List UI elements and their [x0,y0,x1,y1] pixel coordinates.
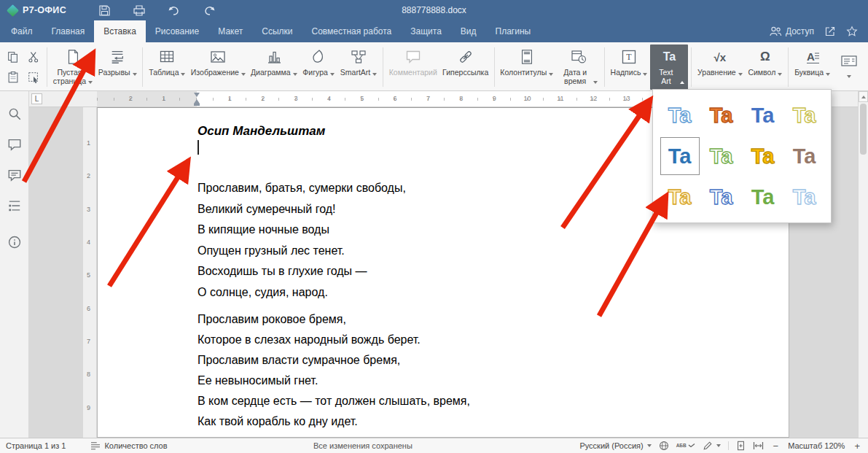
scrollbar-thumb[interactable] [860,104,867,155]
toolbar-separator [142,47,143,87]
shape-label: Фигура [302,69,328,77]
tab-view[interactable]: Вид [451,20,486,42]
set-language-button[interactable] [659,441,669,451]
textart-style-option-8[interactable]: Ta [786,138,824,174]
date-time-label: Дата и время [560,69,591,85]
zoom-level-label[interactable]: Масштаб 120% [788,441,845,450]
chart-label: Диаграмма [251,69,291,77]
tab-file[interactable]: Файл [1,20,42,42]
symbol-button[interactable]: Ω Символ [745,44,785,90]
tab-layout[interactable]: Макет [208,20,252,42]
textart-style-option-3[interactable]: Ta [744,97,782,133]
select-all-button[interactable] [25,68,42,87]
chart-icon [265,47,283,67]
insert-smartart-button[interactable]: SmartArt [337,44,380,90]
textart-style-option-6[interactable]: Ta [703,138,740,174]
textart-style-option-7[interactable]: Ta [744,138,782,174]
content-controls-icon [840,55,858,71]
insert-image-button[interactable]: Изображение [188,44,248,90]
tab-stop-selector[interactable]: L [31,93,42,104]
fit-width-button[interactable] [753,441,764,450]
select-all-icon [27,71,40,84]
language-selector[interactable]: Русский (Россия) [579,441,651,450]
textart-style-option-11[interactable]: Ta [744,179,782,215]
textart-style-option-1[interactable]: Ta [661,97,699,133]
breaks-icon [109,47,125,67]
zoom-out-button[interactable]: − [771,441,781,452]
poem-stanza-2: Прославим роковое бремя, Которое в слеза… [198,309,470,432]
textart-style-option-12[interactable]: Ta [786,179,824,215]
tab-collaboration[interactable]: Совместная работа [302,20,401,42]
chat-panel-button[interactable] [7,167,23,183]
comment-button[interactable]: Комментарий [386,44,439,90]
tab-insert[interactable]: Вставка [94,20,146,42]
vertical-ruler: 123456789 [83,107,96,438]
toolbar-more-button[interactable] [833,44,865,90]
open-file-location-button[interactable] [824,26,836,37]
left-indent-box-marker[interactable] [194,104,200,106]
vertical-scrollbar[interactable] [858,91,868,438]
dropcap-button[interactable]: A Буквица [791,44,833,90]
table-icon [158,47,176,67]
chevron-down-icon [372,73,377,76]
insert-table-button[interactable]: Таблица [146,44,188,90]
hyperlink-button[interactable]: Гиперссылка [439,44,490,90]
save-button[interactable] [90,0,120,20]
track-changes-button[interactable] [703,441,721,451]
fit-page-button[interactable] [736,441,746,451]
tab-home[interactable]: Главная [42,20,95,42]
redo-button[interactable] [194,0,224,20]
spellcheck-label: АБВ [676,443,687,448]
print-button[interactable] [124,0,155,20]
about-panel-button[interactable] [7,234,23,250]
header-footer-button[interactable]: Колонтитулы [498,44,556,90]
textbox-button[interactable]: T Надпись [608,44,651,90]
equation-button[interactable]: √x Уравнение [695,44,745,90]
chevron-down-icon [133,73,137,76]
comment-icon [404,47,422,67]
search-button[interactable] [7,106,23,122]
spellcheck-button[interactable]: АБВ [676,444,695,448]
svg-text:A: A [807,50,815,63]
redo-icon [203,5,216,16]
textart-style-option-10[interactable]: Ta [703,179,740,215]
textart-style-option-2[interactable]: Ta [703,97,740,133]
insert-shape-button[interactable]: Фигура [300,44,337,90]
titlebar: 888778888.docx Р7-ОФИС [0,0,868,20]
share-access-button[interactable]: Доступ [769,26,814,36]
chevron-down-icon [738,73,743,76]
first-line-indent-marker[interactable] [194,93,200,97]
textart-style-option-4[interactable]: Ta [786,97,824,133]
navigation-panel-button[interactable] [7,198,23,214]
comments-panel-button[interactable] [7,136,23,152]
poem-line: Прославим власти сумрачное бремя, [198,350,470,371]
scroll-up-button[interactable] [859,91,868,102]
breaks-button[interactable]: Разрывы [95,44,139,90]
undo-button[interactable] [159,0,189,20]
textart-button[interactable]: Ta Text Art [650,44,688,90]
chevron-down-icon [716,444,721,447]
toolbar-separator [47,47,47,87]
poem-line: Ее невыносимый гнет. [198,371,470,391]
paste-button[interactable] [4,68,22,87]
cut-button[interactable] [25,47,42,66]
blank-page-button[interactable]: Пустая страница [50,44,95,90]
page-number-status[interactable]: Страница 1 из 1 [6,441,66,450]
date-time-button[interactable]: Дата и время [556,44,601,90]
textart-style-option-5[interactable]: Ta [661,138,699,174]
smartart-label: SmartArt [340,69,370,77]
insert-chart-button[interactable]: Диаграмма [248,44,300,90]
tab-draw[interactable]: Рисование [146,20,208,42]
tab-protection[interactable]: Защита [401,20,451,42]
chevron-down-icon [241,73,246,76]
zoom-in-button[interactable]: + [852,441,862,452]
poem-line: В кипящие ночные воды [198,220,406,241]
textart-style-option-9[interactable]: Ta [661,179,699,215]
check-icon [688,444,695,447]
copy-button[interactable] [4,47,22,66]
tab-plugins[interactable]: Плагины [486,20,541,42]
tab-references[interactable]: Ссылки [252,20,302,42]
word-count-button[interactable]: Количество слов [90,441,167,450]
favorite-star-button[interactable] [846,26,858,37]
copy-icon [7,50,20,63]
